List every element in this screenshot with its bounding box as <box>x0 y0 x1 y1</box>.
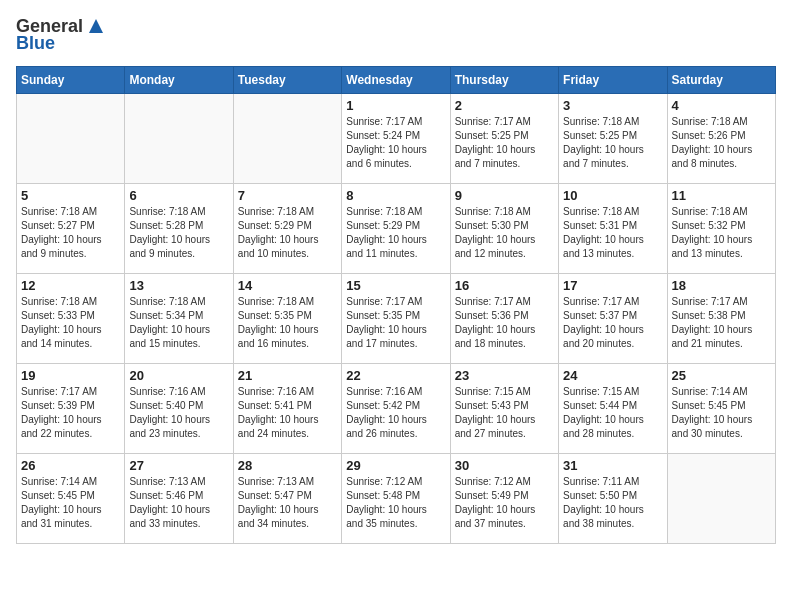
day-number: 31 <box>563 458 662 473</box>
day-info: Sunrise: 7:13 AM Sunset: 5:46 PM Dayligh… <box>129 475 228 531</box>
day-info: Sunrise: 7:12 AM Sunset: 5:49 PM Dayligh… <box>455 475 554 531</box>
day-info: Sunrise: 7:13 AM Sunset: 5:47 PM Dayligh… <box>238 475 337 531</box>
calendar-cell: 16Sunrise: 7:17 AM Sunset: 5:36 PM Dayli… <box>450 274 558 364</box>
day-number: 1 <box>346 98 445 113</box>
calendar-cell: 3Sunrise: 7:18 AM Sunset: 5:25 PM Daylig… <box>559 94 667 184</box>
calendar-cell: 6Sunrise: 7:18 AM Sunset: 5:28 PM Daylig… <box>125 184 233 274</box>
day-number: 19 <box>21 368 120 383</box>
day-info: Sunrise: 7:18 AM Sunset: 5:33 PM Dayligh… <box>21 295 120 351</box>
day-number: 4 <box>672 98 771 113</box>
calendar-cell: 19Sunrise: 7:17 AM Sunset: 5:39 PM Dayli… <box>17 364 125 454</box>
calendar-week-row: 19Sunrise: 7:17 AM Sunset: 5:39 PM Dayli… <box>17 364 776 454</box>
day-number: 12 <box>21 278 120 293</box>
calendar-cell: 21Sunrise: 7:16 AM Sunset: 5:41 PM Dayli… <box>233 364 341 454</box>
day-info: Sunrise: 7:18 AM Sunset: 5:35 PM Dayligh… <box>238 295 337 351</box>
day-info: Sunrise: 7:18 AM Sunset: 5:30 PM Dayligh… <box>455 205 554 261</box>
day-info: Sunrise: 7:17 AM Sunset: 5:36 PM Dayligh… <box>455 295 554 351</box>
day-info: Sunrise: 7:15 AM Sunset: 5:43 PM Dayligh… <box>455 385 554 441</box>
day-number: 25 <box>672 368 771 383</box>
calendar-cell: 5Sunrise: 7:18 AM Sunset: 5:27 PM Daylig… <box>17 184 125 274</box>
calendar-cell: 10Sunrise: 7:18 AM Sunset: 5:31 PM Dayli… <box>559 184 667 274</box>
calendar-week-row: 12Sunrise: 7:18 AM Sunset: 5:33 PM Dayli… <box>17 274 776 364</box>
day-number: 8 <box>346 188 445 203</box>
day-number: 11 <box>672 188 771 203</box>
calendar-cell: 29Sunrise: 7:12 AM Sunset: 5:48 PM Dayli… <box>342 454 450 544</box>
day-number: 18 <box>672 278 771 293</box>
day-number: 20 <box>129 368 228 383</box>
day-number: 30 <box>455 458 554 473</box>
calendar-header: SundayMondayTuesdayWednesdayThursdayFrid… <box>17 67 776 94</box>
calendar-week-row: 26Sunrise: 7:14 AM Sunset: 5:45 PM Dayli… <box>17 454 776 544</box>
day-number: 14 <box>238 278 337 293</box>
day-info: Sunrise: 7:17 AM Sunset: 5:37 PM Dayligh… <box>563 295 662 351</box>
day-of-week-header: Sunday <box>17 67 125 94</box>
page-header: General Blue <box>16 16 776 54</box>
day-number: 13 <box>129 278 228 293</box>
day-info: Sunrise: 7:16 AM Sunset: 5:41 PM Dayligh… <box>238 385 337 441</box>
day-number: 17 <box>563 278 662 293</box>
day-number: 3 <box>563 98 662 113</box>
calendar-cell: 24Sunrise: 7:15 AM Sunset: 5:44 PM Dayli… <box>559 364 667 454</box>
calendar-cell: 22Sunrise: 7:16 AM Sunset: 5:42 PM Dayli… <box>342 364 450 454</box>
day-number: 24 <box>563 368 662 383</box>
day-info: Sunrise: 7:14 AM Sunset: 5:45 PM Dayligh… <box>672 385 771 441</box>
day-number: 28 <box>238 458 337 473</box>
day-number: 5 <box>21 188 120 203</box>
calendar-cell: 4Sunrise: 7:18 AM Sunset: 5:26 PM Daylig… <box>667 94 775 184</box>
day-info: Sunrise: 7:18 AM Sunset: 5:28 PM Dayligh… <box>129 205 228 261</box>
calendar-cell <box>17 94 125 184</box>
logo: General Blue <box>16 16 107 54</box>
day-of-week-header: Friday <box>559 67 667 94</box>
calendar-week-row: 5Sunrise: 7:18 AM Sunset: 5:27 PM Daylig… <box>17 184 776 274</box>
day-info: Sunrise: 7:14 AM Sunset: 5:45 PM Dayligh… <box>21 475 120 531</box>
day-number: 16 <box>455 278 554 293</box>
day-number: 15 <box>346 278 445 293</box>
day-number: 6 <box>129 188 228 203</box>
calendar-cell: 23Sunrise: 7:15 AM Sunset: 5:43 PM Dayli… <box>450 364 558 454</box>
day-info: Sunrise: 7:18 AM Sunset: 5:27 PM Dayligh… <box>21 205 120 261</box>
day-number: 23 <box>455 368 554 383</box>
days-of-week-row: SundayMondayTuesdayWednesdayThursdayFrid… <box>17 67 776 94</box>
day-number: 21 <box>238 368 337 383</box>
calendar-cell: 13Sunrise: 7:18 AM Sunset: 5:34 PM Dayli… <box>125 274 233 364</box>
day-info: Sunrise: 7:16 AM Sunset: 5:42 PM Dayligh… <box>346 385 445 441</box>
day-info: Sunrise: 7:18 AM Sunset: 5:29 PM Dayligh… <box>346 205 445 261</box>
calendar-cell: 11Sunrise: 7:18 AM Sunset: 5:32 PM Dayli… <box>667 184 775 274</box>
calendar-cell: 25Sunrise: 7:14 AM Sunset: 5:45 PM Dayli… <box>667 364 775 454</box>
day-of-week-header: Tuesday <box>233 67 341 94</box>
day-info: Sunrise: 7:18 AM Sunset: 5:34 PM Dayligh… <box>129 295 228 351</box>
calendar-cell: 1Sunrise: 7:17 AM Sunset: 5:24 PM Daylig… <box>342 94 450 184</box>
calendar-cell: 14Sunrise: 7:18 AM Sunset: 5:35 PM Dayli… <box>233 274 341 364</box>
day-info: Sunrise: 7:18 AM Sunset: 5:31 PM Dayligh… <box>563 205 662 261</box>
calendar-cell: 28Sunrise: 7:13 AM Sunset: 5:47 PM Dayli… <box>233 454 341 544</box>
day-number: 2 <box>455 98 554 113</box>
logo-icon <box>85 15 107 37</box>
day-number: 29 <box>346 458 445 473</box>
day-number: 27 <box>129 458 228 473</box>
calendar-cell: 7Sunrise: 7:18 AM Sunset: 5:29 PM Daylig… <box>233 184 341 274</box>
day-number: 9 <box>455 188 554 203</box>
day-number: 22 <box>346 368 445 383</box>
day-info: Sunrise: 7:18 AM Sunset: 5:32 PM Dayligh… <box>672 205 771 261</box>
day-number: 26 <box>21 458 120 473</box>
calendar-cell: 2Sunrise: 7:17 AM Sunset: 5:25 PM Daylig… <box>450 94 558 184</box>
calendar-body: 1Sunrise: 7:17 AM Sunset: 5:24 PM Daylig… <box>17 94 776 544</box>
day-info: Sunrise: 7:16 AM Sunset: 5:40 PM Dayligh… <box>129 385 228 441</box>
day-of-week-header: Saturday <box>667 67 775 94</box>
calendar-cell: 12Sunrise: 7:18 AM Sunset: 5:33 PM Dayli… <box>17 274 125 364</box>
calendar-cell: 15Sunrise: 7:17 AM Sunset: 5:35 PM Dayli… <box>342 274 450 364</box>
calendar-cell: 8Sunrise: 7:18 AM Sunset: 5:29 PM Daylig… <box>342 184 450 274</box>
calendar-cell <box>667 454 775 544</box>
day-info: Sunrise: 7:17 AM Sunset: 5:38 PM Dayligh… <box>672 295 771 351</box>
calendar-cell: 27Sunrise: 7:13 AM Sunset: 5:46 PM Dayli… <box>125 454 233 544</box>
calendar-cell: 9Sunrise: 7:18 AM Sunset: 5:30 PM Daylig… <box>450 184 558 274</box>
calendar-cell: 31Sunrise: 7:11 AM Sunset: 5:50 PM Dayli… <box>559 454 667 544</box>
day-info: Sunrise: 7:18 AM Sunset: 5:29 PM Dayligh… <box>238 205 337 261</box>
calendar-cell <box>125 94 233 184</box>
day-info: Sunrise: 7:11 AM Sunset: 5:50 PM Dayligh… <box>563 475 662 531</box>
calendar-week-row: 1Sunrise: 7:17 AM Sunset: 5:24 PM Daylig… <box>17 94 776 184</box>
day-info: Sunrise: 7:17 AM Sunset: 5:39 PM Dayligh… <box>21 385 120 441</box>
day-info: Sunrise: 7:17 AM Sunset: 5:25 PM Dayligh… <box>455 115 554 171</box>
day-info: Sunrise: 7:12 AM Sunset: 5:48 PM Dayligh… <box>346 475 445 531</box>
calendar-cell: 18Sunrise: 7:17 AM Sunset: 5:38 PM Dayli… <box>667 274 775 364</box>
